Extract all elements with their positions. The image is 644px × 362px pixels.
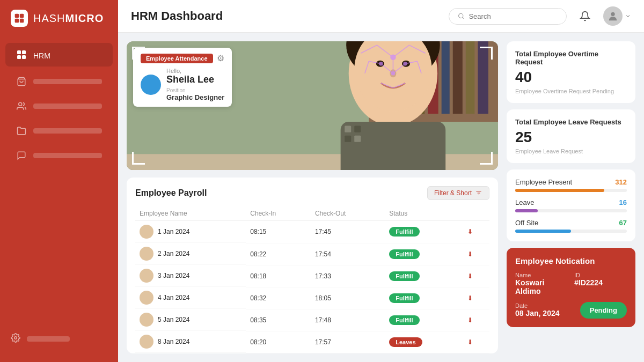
status-badge: Leaves [389, 337, 422, 347]
sidebar-bottom [0, 321, 118, 362]
offsite-progress-fill [515, 230, 571, 233]
pending-button[interactable]: Pending [580, 302, 627, 319]
filter-icon [475, 189, 482, 197]
sidebar-item-hrm[interactable]: HRM [5, 43, 113, 67]
download-icon[interactable]: ⬇ [467, 338, 473, 346]
search-input[interactable] [469, 12, 558, 20]
col-action [463, 206, 489, 221]
present-label: Employee Present [515, 178, 572, 186]
employee-avatar [141, 75, 161, 95]
search-box[interactable] [449, 8, 567, 25]
employee-cell: 3 Jan 2024 [135, 265, 246, 287]
main-area: HRM Dashboard [118, 0, 644, 362]
leave-status-label: Leave [515, 198, 534, 206]
attendance-card-header: Employee Attendance ⚙ [141, 53, 224, 63]
bag-icon [16, 76, 27, 87]
sidebar-item-2[interactable] [5, 70, 113, 93]
corner-bracket-br [480, 152, 493, 165]
svg-rect-5 [22, 50, 26, 54]
svg-rect-33 [345, 126, 351, 132]
sidebar-item-3-label [33, 104, 102, 109]
attendance-settings-icon[interactable]: ⚙ [217, 53, 224, 63]
present-value: 312 [615, 178, 627, 186]
logo-icon [11, 10, 28, 27]
sidebar-nav: HRM [0, 36, 118, 321]
checkin-cell: 08:22 [246, 243, 311, 265]
corner-bracket-bl [132, 152, 145, 165]
download-cell[interactable]: ⬇ [463, 265, 489, 287]
svg-line-12 [463, 17, 464, 18]
row-avatar [140, 291, 153, 305]
payroll-card: Employee Payroll Filter & Short Employee… [127, 178, 498, 353]
checkin-cell: 08:20 [246, 331, 311, 353]
leave-progress-fill [515, 209, 538, 212]
download-cell[interactable]: ⬇ [463, 243, 489, 265]
row-avatar [140, 313, 153, 327]
download-cell[interactable]: ⬇ [463, 353, 489, 353]
user-avatar-dropdown[interactable] [603, 6, 631, 26]
download-cell[interactable]: ⬇ [463, 221, 489, 243]
status-cell: Fullfill [385, 309, 463, 331]
download-icon[interactable]: ⬇ [467, 294, 473, 302]
sidebar: HASHMICRO HRM [0, 0, 118, 362]
sidebar-item-5-label [33, 153, 102, 158]
present-progress-bar [515, 189, 627, 192]
table-row: 3 Jan 2024 08:18 17:33 Fullfill ⬇ [135, 265, 489, 287]
svg-point-50 [391, 55, 396, 60]
sidebar-item-3[interactable] [5, 94, 113, 118]
settings-item[interactable] [0, 327, 118, 351]
download-icon[interactable]: ⬇ [467, 272, 473, 280]
download-icon[interactable]: ⬇ [467, 250, 473, 258]
sidebar-item-4[interactable] [5, 119, 113, 143]
status-badge: Fullfill [389, 315, 419, 325]
overtime-label: Total Employee Overtime Request [515, 50, 627, 66]
position-label: Position [166, 87, 224, 93]
svg-rect-21 [442, 41, 450, 114]
sidebar-item-5[interactable] [5, 144, 113, 167]
people-icon [16, 101, 27, 112]
download-icon[interactable]: ⬇ [467, 316, 473, 324]
employee-position: Graphic Designer [166, 93, 224, 101]
notif-date-label: Date [515, 302, 560, 309]
download-cell[interactable]: ⬇ [463, 287, 489, 309]
col-status: Status [385, 206, 463, 221]
download-cell[interactable]: ⬇ [463, 309, 489, 331]
svg-rect-2 [15, 19, 19, 23]
svg-rect-4 [17, 50, 21, 54]
notification-button[interactable] [575, 6, 595, 26]
notif-id-value: #ID2224 [574, 278, 627, 287]
status-badge: Fullfill [389, 249, 419, 259]
employee-date: 2 Jan 2024 [158, 250, 189, 257]
status-badge: Fullfill [389, 227, 419, 237]
table-row: 2 Jan 2024 08:22 17:54 Fullfill ⬇ [135, 243, 489, 265]
employee-cell: 9 Jan 2024 [135, 353, 246, 353]
status-cell: Leaves [385, 331, 463, 353]
col-checkin: Check-In [246, 206, 311, 221]
notification-title: Employee Notication [515, 256, 627, 265]
svg-point-10 [14, 337, 17, 339]
svg-point-52 [404, 62, 407, 65]
right-panel: Total Employee Overtime Request 40 Emplo… [507, 41, 635, 353]
logo-text: HASHMICRO [33, 12, 104, 25]
svg-rect-3 [20, 19, 24, 23]
svg-rect-0 [15, 14, 19, 18]
download-icon[interactable]: ⬇ [467, 228, 473, 235]
checkout-cell: 17:24 [311, 353, 385, 353]
checkin-cell: 08:15 [246, 353, 311, 353]
employee-cell: 5 Jan 2024 [135, 309, 246, 331]
filter-short-button[interactable]: Filter & Short [427, 186, 489, 200]
offsite-row: Off Site 67 [515, 219, 627, 233]
download-cell[interactable]: ⬇ [463, 331, 489, 353]
left-panel: Employee Attendance ⚙ Hello, Sheila Lee … [127, 41, 498, 353]
checkout-cell: 18:05 [311, 287, 385, 309]
attendance-hello: Hello, [166, 68, 224, 74]
employee-date: 5 Jan 2024 [158, 316, 189, 323]
settings-icon [11, 333, 20, 345]
svg-rect-35 [345, 136, 351, 142]
attendance-badge: Employee Attendance [141, 54, 213, 63]
attendance-status-card: Employee Present 312 Leave 16 [507, 169, 635, 241]
employee-date: 3 Jan 2024 [158, 272, 189, 279]
svg-point-53 [391, 72, 394, 75]
checkout-cell: 17:48 [311, 309, 385, 331]
employee-cell: 4 Jan 2024 [135, 287, 246, 309]
